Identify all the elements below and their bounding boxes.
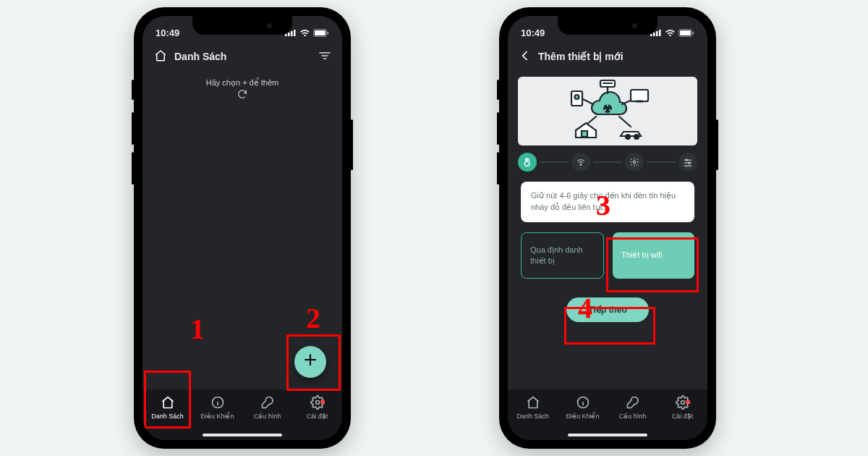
wifi-icon <box>665 29 676 37</box>
home-indicator <box>568 434 647 436</box>
annotation-number-4: 4 <box>578 291 592 325</box>
annotation-number-1: 1 <box>190 312 205 346</box>
home-indicator <box>203 434 282 436</box>
notification-dot <box>320 400 325 404</box>
tab-settings[interactable]: Cài đặt <box>292 395 342 420</box>
next-label: Tiếp theo <box>588 305 626 315</box>
svg-point-43 <box>681 401 684 405</box>
notification-dot <box>686 400 690 404</box>
svg-rect-2 <box>291 31 293 36</box>
svg-point-33 <box>580 164 582 166</box>
home-icon <box>154 49 167 64</box>
tab-config[interactable]: Cấu hình <box>608 395 658 420</box>
tab-label: Danh Sách <box>516 413 549 420</box>
svg-rect-30 <box>582 131 587 137</box>
wizard-steps <box>518 153 697 172</box>
svg-rect-16 <box>650 34 652 36</box>
svg-rect-0 <box>285 34 287 36</box>
page-title: Thêm thiết bị mới <box>538 51 624 62</box>
refresh-icon[interactable] <box>237 89 247 101</box>
svg-rect-6 <box>328 31 329 34</box>
tab-bar: Danh Sách Điều Khiển Cấu hình <box>142 389 342 440</box>
tab-label: Cấu hình <box>619 413 647 420</box>
plus-icon <box>303 352 318 371</box>
filter-icon[interactable] <box>319 51 331 63</box>
tab-label: Danh Sách <box>151 413 184 420</box>
battery-icon <box>678 29 694 37</box>
gear-icon <box>310 395 325 410</box>
tab-label: Điều Khiển <box>566 413 599 420</box>
wizard-step-settings[interactable] <box>625 153 644 172</box>
svg-point-31 <box>626 135 630 139</box>
info-icon <box>576 395 590 410</box>
svg-rect-1 <box>288 33 290 36</box>
svg-point-34 <box>633 161 636 164</box>
svg-rect-21 <box>680 30 691 35</box>
wizard-step-finish[interactable] <box>678 153 697 172</box>
notch <box>192 16 292 35</box>
home-icon <box>526 395 540 410</box>
tab-settings[interactable]: Cài đặt <box>658 395 707 420</box>
home-icon <box>161 395 175 410</box>
svg-point-15 <box>315 401 319 405</box>
empty-hint-text: Hãy chọn + để thêm <box>142 71 342 89</box>
svg-point-27 <box>575 95 579 99</box>
tab-list[interactable]: Danh Sách <box>508 395 558 420</box>
add-device-fab[interactable] <box>294 346 326 378</box>
svg-point-36 <box>686 159 687 161</box>
tab-control[interactable]: Điều Khiển <box>558 395 608 420</box>
svg-rect-3 <box>294 30 296 36</box>
gear-icon <box>676 395 690 410</box>
tab-config[interactable]: Cấu hình <box>242 395 292 420</box>
phone-mockup-left: 10:49 Danh Sách Hãy chọn + để thêm <box>134 7 351 449</box>
status-time: 10:49 <box>521 28 545 38</box>
tab-control[interactable]: Điều Khiển <box>192 395 242 420</box>
wifi-icon <box>299 29 310 37</box>
notch <box>558 16 658 35</box>
iot-illustration-icon <box>550 78 665 145</box>
svg-point-38 <box>689 162 690 164</box>
info-icon <box>210 395 225 410</box>
option-label: Thiết bị wifi <box>621 250 662 261</box>
svg-rect-5 <box>315 30 326 35</box>
option-wifi-device[interactable]: Thiết bị wifi <box>613 232 694 279</box>
wizard-step-hold[interactable] <box>518 153 537 172</box>
svg-point-32 <box>634 135 639 139</box>
option-label: Qua định danh thiết bị <box>530 245 595 266</box>
svg-rect-18 <box>656 31 658 36</box>
wrench-icon <box>626 395 640 410</box>
tab-label: Cấu hình <box>254 413 281 420</box>
page-title: Danh Sách <box>174 51 226 62</box>
svg-rect-17 <box>653 33 655 36</box>
back-icon[interactable] <box>519 50 531 64</box>
wrench-icon <box>260 395 275 410</box>
tab-list[interactable]: Danh Sách <box>142 395 192 420</box>
tab-label: Điều Khiển <box>200 413 234 420</box>
illustration-card <box>518 77 697 145</box>
battery-icon <box>313 29 329 37</box>
annotation-number-3: 3 <box>596 188 610 222</box>
tab-label: Cài đặt <box>307 413 328 420</box>
tab-label: Cài đặt <box>672 413 694 420</box>
annotation-number-2: 2 <box>306 301 320 335</box>
tab-bar: Danh Sách Điều Khiển Cấu hình <box>508 389 707 440</box>
option-identify-device[interactable]: Qua định danh thiết bị <box>521 232 604 279</box>
svg-rect-19 <box>659 30 661 36</box>
wizard-step-wifi[interactable] <box>571 153 590 172</box>
status-time: 10:49 <box>156 28 179 38</box>
svg-rect-28 <box>631 90 648 101</box>
svg-rect-22 <box>693 31 694 34</box>
phone-mockup-right: 10:49 Thêm thiết bị mới <box>499 7 716 449</box>
